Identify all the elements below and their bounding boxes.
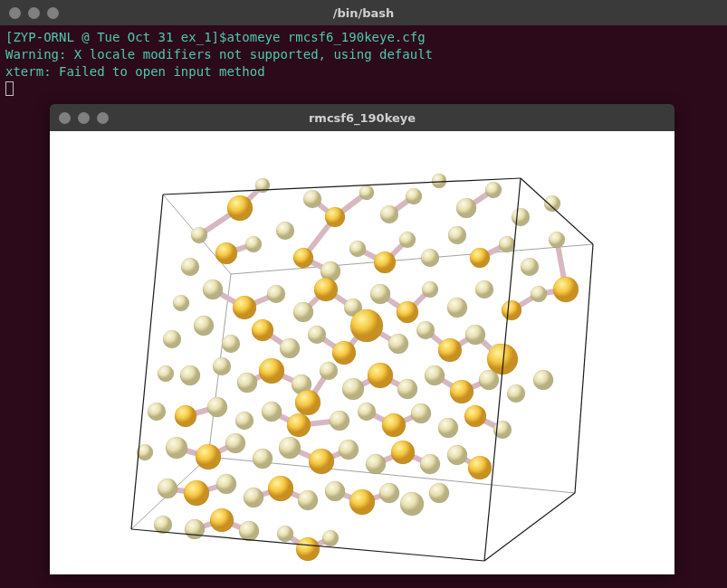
svg-point-81 [499,236,515,252]
warning-line: Warning: X locale modifiers not supporte… [5,46,722,63]
svg-point-96 [267,285,285,303]
close-icon[interactable] [9,7,21,19]
viz-window-controls [59,112,109,124]
svg-point-152 [339,440,359,460]
svg-point-66 [359,185,374,200]
svg-point-91 [203,280,223,299]
svg-point-176 [239,521,259,541]
svg-point-179 [296,537,320,561]
svg-line-180 [163,178,521,194]
svg-point-138 [262,402,282,422]
svg-point-159 [366,454,386,474]
svg-point-70 [227,195,253,221]
svg-point-99 [173,295,189,311]
svg-point-171 [349,489,375,515]
svg-line-183 [484,493,575,561]
terminal-title: /bin/bash [333,6,395,20]
cursor [5,81,14,96]
svg-point-135 [295,390,320,415]
svg-point-80 [245,236,262,252]
svg-point-165 [325,481,345,501]
svg-point-75 [276,222,294,240]
svg-point-123 [158,365,174,382]
svg-point-150 [166,437,187,459]
svg-point-103 [502,300,521,320]
svg-point-104 [293,302,313,322]
svg-point-73 [325,207,345,227]
svg-point-72 [380,205,398,223]
prompt-line: [ZYP-ORNL @ Tue Oct 31 ex_1]$atomeye rmc… [5,29,722,46]
svg-point-132 [397,379,417,399]
svg-point-167 [379,483,399,503]
svg-point-127 [479,370,499,390]
maximize-icon[interactable] [97,112,109,124]
svg-point-107 [350,309,383,342]
svg-point-173 [210,508,234,532]
svg-point-168 [429,483,449,503]
svg-point-177 [277,526,293,542]
svg-point-124 [180,365,200,385]
viz-title: rmcsf6_190keye [309,111,416,125]
svg-point-115 [280,338,300,358]
svg-point-136 [207,397,227,417]
svg-point-139 [358,403,376,421]
viz-titlebar[interactable]: rmcsf6_190keye [50,104,674,131]
svg-point-160 [420,454,440,474]
svg-point-65 [485,182,502,198]
terminal-titlebar[interactable]: /bin/bash [0,0,727,25]
svg-point-142 [464,405,486,427]
svg-point-172 [400,492,424,516]
svg-point-102 [447,298,467,318]
svg-point-74 [512,208,530,226]
window-controls [9,7,59,19]
svg-point-170 [298,490,318,510]
svg-point-113 [222,335,240,353]
svg-point-86 [470,248,490,268]
svg-point-110 [308,326,326,344]
viz-window[interactable]: rmcsf6_190keye [50,104,674,574]
svg-point-78 [549,232,565,248]
svg-point-112 [163,330,181,348]
prompt: [ZYP-ORNL @ Tue Oct 31 ex_1]$ [5,30,226,44]
svg-point-93 [422,281,438,298]
svg-point-133 [450,380,474,403]
svg-point-140 [411,403,431,423]
svg-point-122 [320,362,338,380]
svg-point-166 [184,480,209,506]
svg-point-120 [213,357,231,375]
svg-point-146 [382,413,406,437]
svg-point-163 [158,479,177,498]
terminal-content[interactable]: [ZYP-ORNL @ Tue Oct 31 ex_1]$atomeye rmc… [0,25,727,101]
svg-point-95 [553,277,579,302]
minimize-icon[interactable] [28,7,40,19]
svg-point-126 [425,365,445,385]
svg-point-156 [196,444,221,469]
svg-point-79 [399,232,416,248]
svg-point-161 [468,456,492,479]
svg-point-69 [544,195,560,212]
molecule-viz [50,131,674,574]
svg-point-175 [185,519,205,539]
svg-point-88 [181,258,199,276]
svg-point-105 [397,301,418,323]
svg-line-1 [231,244,593,274]
svg-point-106 [194,316,214,336]
svg-point-154 [391,441,415,464]
svg-point-71 [456,198,476,218]
svg-point-68 [303,190,321,208]
svg-point-109 [416,321,435,339]
svg-point-97 [370,284,390,304]
svg-point-162 [216,474,236,494]
minimize-icon[interactable] [78,112,90,124]
close-icon[interactable] [59,112,71,124]
svg-point-98 [531,286,547,302]
viz-canvas[interactable] [50,131,674,574]
svg-point-125 [368,363,393,388]
svg-point-89 [521,258,539,276]
svg-point-77 [448,226,466,244]
svg-point-63 [432,174,446,188]
svg-point-94 [475,280,493,299]
maximize-icon[interactable] [47,7,59,19]
svg-line-186 [484,178,521,561]
svg-point-149 [225,433,245,453]
